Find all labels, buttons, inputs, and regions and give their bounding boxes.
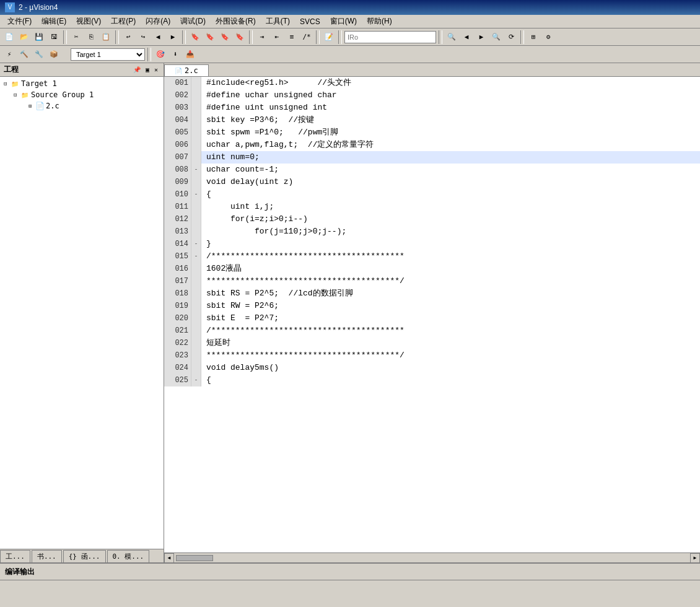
- cut-btn[interactable]: ✂: [69, 30, 83, 44]
- rebuild-btn[interactable]: 🔧: [32, 48, 46, 61]
- tab-templates[interactable]: 0. 模...: [107, 550, 150, 562]
- horizontal-scrollbar[interactable]: ◀ ▶: [164, 552, 700, 562]
- line-content[interactable]: for(j=110;j>0;j--);: [201, 225, 700, 238]
- line-content[interactable]: sbit RW = P2^6;: [201, 300, 700, 312]
- search-input[interactable]: [344, 31, 436, 43]
- menu-help[interactable]: 帮助(H): [362, 15, 397, 28]
- code-line-003[interactable]: 003#define uint unsigned int: [164, 102, 700, 114]
- code-line-016[interactable]: 0161602液晶: [164, 263, 700, 275]
- options-btn[interactable]: 🎯: [154, 48, 167, 61]
- scroll-thumb[interactable]: [176, 555, 213, 561]
- bookmark3-btn[interactable]: 🔖: [218, 30, 232, 44]
- tab-books[interactable]: 书...: [32, 550, 62, 562]
- tab-project[interactable]: 工...: [0, 550, 30, 562]
- code-line-013[interactable]: 013 for(j=110;j>0;j--);: [164, 225, 700, 238]
- line-content[interactable]: /***************************************…: [201, 325, 700, 337]
- line-content[interactable]: 1602液晶: [201, 263, 700, 275]
- indent-btn[interactable]: ⇥: [255, 30, 269, 44]
- line-content[interactable]: for(i=z;i>0;i--): [201, 213, 700, 225]
- code-line-025[interactable]: 025-{: [164, 374, 700, 386]
- forward-btn[interactable]: ▶: [166, 30, 180, 44]
- save-all-btn[interactable]: 🖫: [47, 30, 61, 44]
- code-line-024[interactable]: 024void delay5ms(): [164, 362, 700, 374]
- line-content[interactable]: sbit key =P3^6; //按键: [201, 114, 700, 126]
- menu-project[interactable]: 工程(P): [106, 15, 141, 28]
- comment-btn[interactable]: /*: [300, 30, 313, 44]
- code-line-004[interactable]: 004sbit key =P3^6; //按键: [164, 114, 700, 126]
- code-line-014[interactable]: 014-}: [164, 238, 700, 250]
- menu-window[interactable]: 窗口(W): [325, 15, 362, 28]
- code-line-011[interactable]: 011 uint i,j;: [164, 201, 700, 213]
- tab-functions[interactable]: {} 函...: [63, 550, 106, 562]
- build-btn[interactable]: 🔨: [17, 48, 31, 61]
- line-content[interactable]: sbit E = P2^7;: [201, 312, 700, 325]
- open-btn[interactable]: 📂: [17, 30, 31, 44]
- panel-pin-btn[interactable]: 📌: [131, 66, 142, 73]
- line-content[interactable]: sbit RS = P2^5; //lcd的数据引脚: [201, 287, 700, 300]
- line-content[interactable]: }: [201, 238, 700, 250]
- line-content[interactable]: /***************************************…: [201, 250, 700, 263]
- code-line-007[interactable]: 007uint num=0;: [164, 151, 700, 164]
- code-line-002[interactable]: 002#define uchar unsigned char: [164, 89, 700, 102]
- code-line-015[interactable]: 015-/***********************************…: [164, 250, 700, 263]
- bookmark4-btn[interactable]: 🔖: [233, 30, 247, 44]
- replace-btn[interactable]: ⟳: [504, 30, 518, 44]
- code-line-006[interactable]: 006uchar a,pwm,flag,t; //定义的常量字符: [164, 139, 700, 151]
- line-content[interactable]: ****************************************…: [201, 275, 700, 287]
- menu-file[interactable]: 文件(F): [2, 15, 37, 28]
- code-line-019[interactable]: 019sbit RW = P2^6;: [164, 300, 700, 312]
- tree-item-target[interactable]: ⊟ 📁 Target 1: [1, 78, 162, 89]
- scroll-track[interactable]: [175, 554, 689, 562]
- menu-debug[interactable]: 调试(D): [175, 15, 211, 28]
- line-content[interactable]: ****************************************…: [201, 349, 700, 362]
- snippet-btn[interactable]: 📝: [322, 30, 336, 44]
- menu-svcs[interactable]: SVCS: [295, 16, 325, 27]
- file-expand[interactable]: ⊞: [28, 103, 35, 109]
- search-next-btn[interactable]: ▶: [475, 30, 488, 44]
- target-selector[interactable]: Target 1: [71, 48, 145, 61]
- code-line-005[interactable]: 005sbit spwm =P1^0; //pwm引脚: [164, 126, 700, 139]
- code-line-021[interactable]: 021/************************************…: [164, 325, 700, 337]
- line-content[interactable]: void delay(uint z): [201, 176, 700, 188]
- unindent-btn[interactable]: ⇤: [270, 30, 284, 44]
- code-line-017[interactable]: 017*************************************…: [164, 275, 700, 287]
- build-target-btn[interactable]: ⚡: [2, 48, 16, 61]
- scroll-left-btn[interactable]: ◀: [164, 553, 174, 563]
- line-content[interactable]: #include<reg51.h> //头文件: [201, 77, 700, 89]
- bookmark2-btn[interactable]: 🔖: [203, 30, 217, 44]
- code-line-001[interactable]: 001#include<reg51.h> //头文件: [164, 77, 700, 89]
- line-content[interactable]: #define uchar unsigned char: [201, 89, 700, 102]
- source-group-expand[interactable]: ⊟: [14, 92, 20, 98]
- line-content[interactable]: uint i,j;: [201, 201, 700, 213]
- tree-item-source-group[interactable]: ⊟ 📁 Source Group 1: [1, 89, 162, 100]
- download2-btn[interactable]: 📥: [183, 48, 197, 61]
- download-btn[interactable]: ⬇: [168, 48, 182, 61]
- menu-tools[interactable]: 工具(T): [261, 15, 295, 28]
- code-line-012[interactable]: 012 for(i=z;i>0;i--): [164, 213, 700, 225]
- back-btn[interactable]: ◀: [151, 30, 165, 44]
- search-prev-btn[interactable]: ◀: [460, 30, 473, 44]
- target-expand[interactable]: ⊟: [4, 81, 10, 87]
- line-content[interactable]: 短延时: [201, 337, 700, 349]
- format-btn[interactable]: ≡: [285, 30, 299, 44]
- code-line-009[interactable]: 009void delay(uint z): [164, 176, 700, 188]
- menu-view[interactable]: 视图(V): [71, 15, 106, 28]
- scroll-right-btn[interactable]: ▶: [690, 553, 700, 563]
- line-content[interactable]: {: [201, 374, 700, 386]
- line-content[interactable]: uint num=0;: [201, 151, 700, 164]
- panel-float-btn[interactable]: ▣: [144, 66, 151, 73]
- line-content[interactable]: {: [201, 188, 700, 201]
- line-content[interactable]: uchar a,pwm,flag,t; //定义的常量字符: [201, 139, 700, 151]
- paste-btn[interactable]: 📋: [99, 30, 113, 44]
- code-line-023[interactable]: 023*************************************…: [164, 349, 700, 362]
- tree-item-2c[interactable]: ⊞ 📄 2.c: [1, 100, 162, 111]
- find-btn[interactable]: 🔍: [445, 30, 458, 44]
- line-content[interactable]: sbit spwm =P1^0; //pwm引脚: [201, 126, 700, 139]
- code-line-022[interactable]: 022短延时: [164, 337, 700, 349]
- code-line-010[interactable]: 010-{: [164, 188, 700, 201]
- bookmark-btn[interactable]: 🔖: [188, 30, 202, 44]
- find-file-btn[interactable]: 🔍: [489, 30, 503, 44]
- copy-btn[interactable]: ⎘: [84, 30, 98, 44]
- menu-flash[interactable]: 闪存(A): [141, 15, 175, 28]
- panel-close-btn[interactable]: ✕: [152, 66, 160, 73]
